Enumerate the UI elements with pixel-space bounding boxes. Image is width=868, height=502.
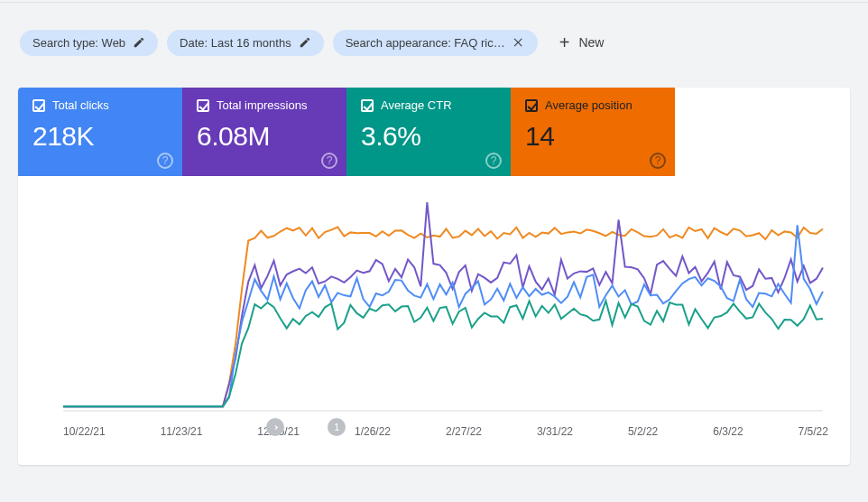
timeline-marker-arrow[interactable] <box>266 418 284 436</box>
help-icon[interactable]: ? <box>485 153 502 169</box>
chip-search-appearance[interactable]: Search appearance: FAQ ric… <box>333 30 538 56</box>
pencil-icon <box>299 36 311 49</box>
chart-series <box>63 225 823 406</box>
checkbox-icon <box>32 99 45 112</box>
new-label: New <box>578 35 604 50</box>
plus-icon: + <box>559 33 570 51</box>
help-icon[interactable]: ? <box>650 153 666 169</box>
metrics-row: Total clicks 218K ? Total impressions 6.… <box>18 88 850 176</box>
metric-value: 3.6% <box>361 121 496 152</box>
timeline-marker-one[interactable]: 1 <box>328 418 346 436</box>
timeline-markers: 1 <box>36 418 832 436</box>
metric-value: 218K <box>32 121 168 152</box>
chip-date[interactable]: Date: Last 16 months <box>167 30 324 56</box>
chart-area: 1 10/22/2111/23/2112/25/211/26/222/27/22… <box>18 176 850 465</box>
chart-series <box>63 301 823 406</box>
marker-label: 1 <box>334 422 339 432</box>
checkbox-icon <box>525 99 538 112</box>
metric-value: 6.08M <box>197 121 332 152</box>
chip-search-type[interactable]: Search type: Web <box>20 30 158 56</box>
metric-total-clicks[interactable]: Total clicks 218K ? <box>18 88 182 176</box>
pencil-icon <box>133 36 145 49</box>
chip-label: Search type: Web <box>32 36 125 50</box>
metric-label: Total impressions <box>217 98 307 112</box>
help-icon[interactable]: ? <box>157 153 173 169</box>
checkbox-icon <box>361 99 374 112</box>
metric-average-position[interactable]: Average position 14 ? <box>511 88 675 176</box>
checkbox-icon <box>197 99 209 112</box>
performance-card: Total clicks 218K ? Total impressions 6.… <box>18 88 850 465</box>
metric-label: Average position <box>545 98 633 112</box>
metric-label: Total clicks <box>52 98 109 112</box>
close-icon[interactable] <box>512 36 525 49</box>
metric-label: Average CTR <box>381 98 452 112</box>
help-icon[interactable]: ? <box>321 153 337 169</box>
performance-line-chart[interactable] <box>36 185 832 420</box>
metric-average-ctr[interactable]: Average CTR 3.6% ? <box>346 88 511 176</box>
metric-total-impressions[interactable]: Total impressions 6.08M ? <box>182 88 346 176</box>
metric-value: 14 <box>525 121 660 152</box>
chip-label: Date: Last 16 months <box>180 36 291 50</box>
chip-label: Search appearance: FAQ ric… <box>346 36 505 50</box>
filter-bar: Search type: Web Date: Last 16 months Se… <box>0 2 868 73</box>
new-filter-button[interactable]: + New <box>547 28 617 57</box>
chart-series <box>63 228 823 407</box>
